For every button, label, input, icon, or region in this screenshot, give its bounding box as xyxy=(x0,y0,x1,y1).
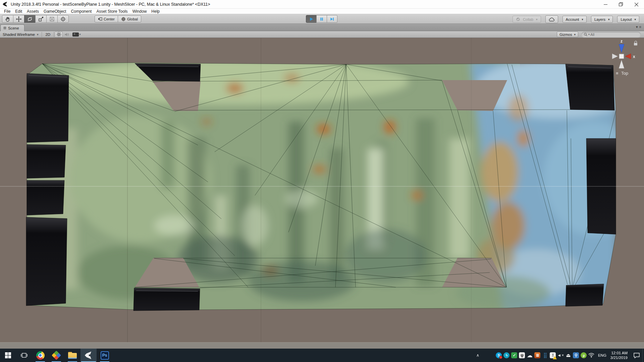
unity-logo-icon xyxy=(2,1,8,7)
scene-toolbar-right: Gizmos▾ ▾ All xyxy=(557,32,641,37)
scene-viewport[interactable]: z x ≡ Top xyxy=(0,38,644,342)
gizmo-menu-glyph: ≡ xyxy=(616,71,619,76)
transform-tool-button[interactable] xyxy=(57,15,69,23)
pivot-orientation-toggles: Center Global xyxy=(95,15,141,22)
orientation-toggle-button[interactable]: Global xyxy=(118,15,141,22)
draw-mode-dropdown[interactable]: Shaded Wireframe ▾ xyxy=(0,32,41,38)
rotate-tool-button[interactable] xyxy=(24,15,36,23)
taskbar-photoshop[interactable]: Ps xyxy=(97,349,113,362)
toggle-2d-button[interactable]: 2D xyxy=(43,32,53,38)
cloud-icon xyxy=(549,17,555,22)
power-manager-icon[interactable]: ϟ xyxy=(503,349,511,362)
axis-z-label: z xyxy=(621,39,623,44)
minimize-button[interactable] xyxy=(598,0,613,9)
menu-item[interactable]: GameObject xyxy=(41,9,68,14)
usb-eject-icon[interactable]: ⏏ xyxy=(565,349,572,362)
axis-neg-cone-down[interactable] xyxy=(619,60,624,68)
menu-item[interactable]: Window xyxy=(130,9,149,14)
wifi-icon[interactable] xyxy=(588,349,595,362)
menu-item[interactable]: Assets xyxy=(24,9,41,14)
taskbar-chrome[interactable] xyxy=(32,349,48,362)
hamburger-icon: ≡ xyxy=(639,25,642,29)
menu-item[interactable]: Help xyxy=(149,9,162,14)
collab-icon xyxy=(516,17,520,21)
menu-item[interactable]: Component xyxy=(68,9,94,14)
scene-search-input[interactable]: ▾ All xyxy=(582,32,641,37)
move-icon xyxy=(16,16,22,22)
lock-icon[interactable] xyxy=(635,41,637,43)
defender-alert-icon[interactable]: ! xyxy=(549,349,557,362)
window-controls xyxy=(598,0,644,9)
scene-audio-button[interactable] xyxy=(63,32,71,38)
step-button[interactable] xyxy=(327,15,337,23)
menu-item[interactable]: File xyxy=(2,9,13,14)
download-manager-icon[interactable]: ≣ xyxy=(534,349,541,362)
dots-app-icon[interactable]: ⣿ xyxy=(541,349,549,362)
language-indicator[interactable]: ENG xyxy=(595,353,609,357)
unity-toolbar: Center Global Collab ▾ Account▾ Layers▾ … xyxy=(0,14,644,24)
pivot-toggle-button[interactable]: Center xyxy=(95,15,118,22)
scene-effects-button[interactable]: ▾ xyxy=(71,32,82,38)
play-button[interactable] xyxy=(306,15,317,23)
desktop: Unity 2018.3.4f1 Personal - testSceneByP… xyxy=(0,0,644,362)
window-bottom-edge xyxy=(0,342,644,349)
layout-dropdown[interactable]: Layout▾ xyxy=(617,16,639,23)
move-tool-button[interactable] xyxy=(13,15,24,23)
view-label[interactable]: Top xyxy=(621,71,628,76)
collab-dropdown[interactable]: Collab ▾ xyxy=(513,16,541,23)
start-button[interactable] xyxy=(0,349,16,362)
divider xyxy=(42,32,42,37)
transform-tools xyxy=(2,15,69,23)
wireless-device-icon[interactable]: ψ xyxy=(518,349,526,362)
pause-button[interactable] xyxy=(316,15,327,23)
lock-icon-body[interactable] xyxy=(634,43,637,46)
hand-tool-button[interactable] xyxy=(2,15,13,23)
taskbar-unity[interactable] xyxy=(80,349,97,362)
clock-time: 12:01 AM xyxy=(611,351,628,355)
action-center-icon[interactable] xyxy=(631,349,642,362)
panel-tab-bar: Scene ▾≡ xyxy=(0,24,644,31)
volume-muted-icon[interactable]: ◄✕ xyxy=(557,349,565,362)
2d-label: 2D xyxy=(45,33,50,37)
menu-item[interactable]: Edit xyxy=(13,9,24,14)
panel-menu-icons[interactable]: ▾≡ xyxy=(636,25,642,29)
task-view-button[interactable] xyxy=(16,349,32,362)
skype-icon[interactable]: S xyxy=(495,349,503,362)
cloud-sync-icon[interactable]: ☁ xyxy=(526,349,534,362)
pause-icon xyxy=(319,16,324,22)
chevron-down-icon: ▾ xyxy=(608,18,610,21)
utorrent-icon[interactable]: µ xyxy=(580,349,588,362)
windows-logo-icon xyxy=(5,352,11,359)
chevron-down-icon: ▾ xyxy=(37,33,39,36)
show-desktop-button[interactable] xyxy=(642,349,644,362)
layers-dropdown[interactable]: Layers▾ xyxy=(591,16,613,23)
scale-tool-button[interactable] xyxy=(35,15,47,23)
folder-icon xyxy=(68,352,77,359)
gizmo-center-cube[interactable] xyxy=(619,54,624,59)
account-dropdown[interactable]: Account▾ xyxy=(562,16,587,23)
chrome-icon xyxy=(36,351,45,360)
screen-capture-icon[interactable]: ⚲ xyxy=(572,349,580,362)
layers-label: Layers xyxy=(594,17,605,21)
tray-expand-icon[interactable]: ∧ xyxy=(474,349,482,362)
axis-neg-cone-left[interactable] xyxy=(612,54,618,59)
taskbar-clock[interactable]: 12:01 AM3/21/2019 xyxy=(609,351,631,360)
restore-button[interactable] xyxy=(613,0,629,9)
axis-z-cone[interactable] xyxy=(619,44,624,53)
tab-scene[interactable]: Scene xyxy=(0,24,24,31)
chevron-down-icon: ▾ xyxy=(588,33,590,36)
cloud-services-button[interactable] xyxy=(545,15,558,23)
taskbar-media-app[interactable] xyxy=(48,349,64,362)
close-button[interactable] xyxy=(629,0,644,9)
taskbar-file-explorer[interactable] xyxy=(64,349,80,362)
rect-tool-button[interactable] xyxy=(46,15,58,23)
chevron-up-glyph: ∧ xyxy=(476,353,479,358)
play-controls xyxy=(306,15,337,23)
axis-x-cone[interactable] xyxy=(625,54,631,59)
antivirus-shield-icon[interactable]: ✓ xyxy=(511,349,518,362)
menu-item[interactable]: Asset Store Tools xyxy=(94,9,130,14)
sun-icon xyxy=(56,32,61,37)
scene-lighting-button[interactable] xyxy=(55,32,63,38)
gizmos-dropdown[interactable]: Gizmos▾ xyxy=(557,32,578,37)
scene-orientation-gizmo[interactable]: z x ≡ Top xyxy=(608,39,640,77)
